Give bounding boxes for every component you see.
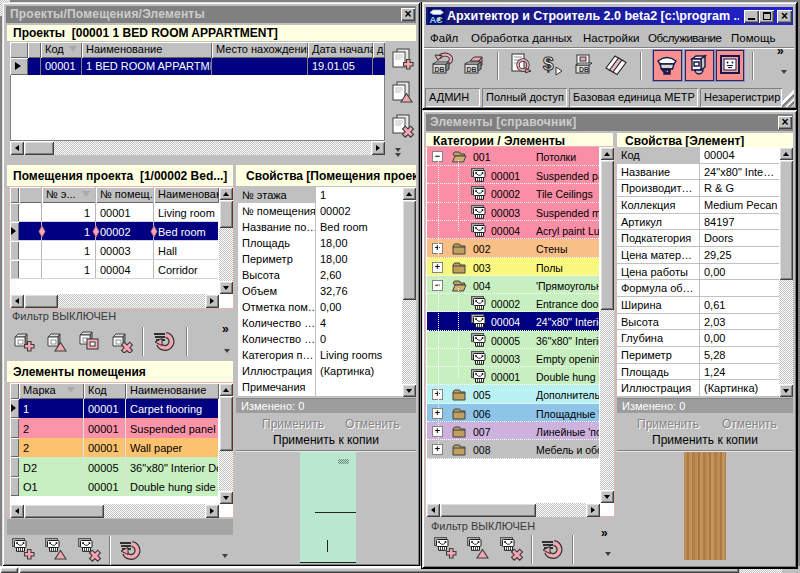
svg-text:АС: АС: [430, 14, 444, 25]
